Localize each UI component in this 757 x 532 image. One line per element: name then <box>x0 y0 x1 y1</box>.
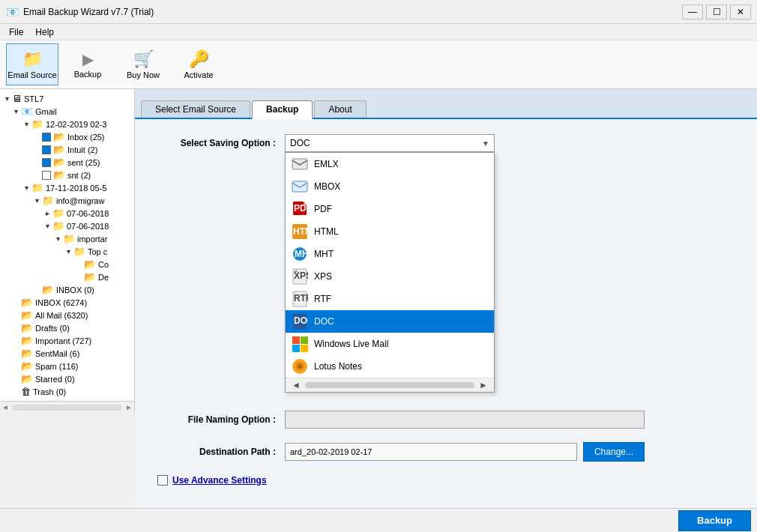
tree-item-important727[interactable]: ▾ 📂 Important (727) <box>0 334 134 347</box>
tree-item-inbox25[interactable]: ▾ 📂 Inbox (25) <box>0 130 134 143</box>
tree-item-d2[interactable]: ▾ 📁 07-06-2018 <box>0 220 134 232</box>
tree-item-important[interactable]: ▾ 📁 importar <box>0 232 134 245</box>
tree-label-co: Co <box>98 260 109 269</box>
dropdown-item-mbox[interactable]: MBOX <box>286 175 494 198</box>
toggle-important[interactable]: ▾ <box>52 235 63 243</box>
toggle-infomigraw[interactable]: ▾ <box>31 196 42 205</box>
close-icon: ✕ <box>737 7 744 17</box>
tree-item-trash0[interactable]: ▾ 🗑 Trash (0) <box>0 385 134 398</box>
advance-settings-checkbox[interactable] <box>157 475 168 486</box>
tree-label-allmail: All Mail (6320) <box>35 311 88 320</box>
dropdown-item-doc[interactable]: DOC DOC <box>286 310 494 333</box>
svg-rect-1 <box>292 181 307 192</box>
checkbox-snt2[interactable] <box>42 171 51 180</box>
saving-option-label: Select Saving Option : <box>157 138 285 148</box>
tree-item-date1[interactable]: ▾ 📁 12-02-2019 02-3 <box>0 118 134 130</box>
toolbar-buy-now[interactable]: 🛒 Buy Now <box>117 43 169 85</box>
checkbox-intuit2[interactable] <box>42 145 51 154</box>
window-title: Email Backup Wizard v7.7 (Trial) <box>23 7 682 17</box>
change-button[interactable]: Change... <box>583 442 645 462</box>
advance-settings-label[interactable]: Use Advance Settings <box>172 475 267 486</box>
file-naming-label: File Naming Option : <box>157 414 285 425</box>
menu-file[interactable]: File <box>3 25 29 39</box>
checkbox-inbox25[interactable] <box>42 133 51 142</box>
key-icon: 🔑 <box>189 49 209 69</box>
close-button[interactable]: ✕ <box>730 4 751 19</box>
folder-icon-inbox6274: 📂 <box>21 297 33 308</box>
tree-item-inbox6274[interactable]: ▾ 📂 INBOX (6274) <box>0 296 134 309</box>
tree-item-co[interactable]: ▾ 📂 Co <box>0 258 134 270</box>
dropdown-item-xps[interactable]: XPS XPS <box>286 265 494 288</box>
dropdown-item-lotus[interactable]: Lotus Notes <box>286 355 494 378</box>
tree-item-gmail[interactable]: ▾ 📧 Gmail <box>0 105 134 118</box>
tree-item-starred0[interactable]: ▾ 📂 Starred (0) <box>0 372 134 385</box>
tab-backup[interactable]: Backup <box>252 100 313 119</box>
toolbar-activate[interactable]: 🔑 Activate <box>172 43 225 85</box>
activate-label: Activate <box>184 70 213 79</box>
tree-item-topc[interactable]: ▾ 📁 Top c <box>0 245 134 258</box>
dropdown-item-pdf[interactable]: PDF PDF <box>286 198 494 220</box>
folder-icon-intuit2: 📂 <box>53 144 65 155</box>
tree-item-infomigraw[interactable]: ▾ 📁 info@migraw <box>0 194 134 207</box>
dropdown-item-mht[interactable]: MHT MHT <box>286 243 494 265</box>
toggle-gmail[interactable]: ▾ <box>10 107 21 115</box>
folder-icon-date1: 📁 <box>31 118 43 130</box>
svg-point-23 <box>298 364 302 369</box>
maximize-button[interactable]: ☐ <box>706 4 727 19</box>
folder-icon: 📁 <box>22 49 43 69</box>
scroll-left-btn[interactable]: ◄ <box>292 380 301 390</box>
dropdown-item-html[interactable]: HTML HTML <box>286 220 494 243</box>
folder-icon-date2: 📁 <box>31 182 43 193</box>
right-panel: Select Email Source Backup About Select … <box>135 89 757 508</box>
tree-item-sent25[interactable]: ▾ 📂 sent (25) <box>0 156 134 169</box>
tree-item-d1[interactable]: ▸ 📁 07-06-2018 <box>0 207 134 220</box>
file-naming-control <box>285 411 645 429</box>
destination-label: Destination Path : <box>157 447 285 457</box>
saving-option-select[interactable]: DOC ▼ <box>285 134 495 152</box>
tree-label-gmail: Gmail <box>35 107 57 116</box>
scroll-right-icon[interactable]: ► <box>125 403 134 411</box>
tree-item-spam116[interactable]: ▾ 📂 Spam (116) <box>0 360 134 372</box>
tree-item-inbox0[interactable]: ▾ 📂 INBOX (0) <box>0 283 134 296</box>
cart-icon: 🛒 <box>133 49 154 69</box>
email-icon-gmail: 📧 <box>21 106 33 117</box>
checkbox-sent25[interactable] <box>42 158 51 167</box>
tree-item-snt2[interactable]: ▾ 📂 snt (2) <box>0 169 134 181</box>
dropdown-item-emlx[interactable]: EMLX <box>286 153 494 175</box>
tree-hscrollbar[interactable]: ◄ ► <box>0 401 135 413</box>
minimize-button[interactable]: — <box>682 4 703 19</box>
dropdown-scroll-bar[interactable]: ◄ ► <box>286 378 494 392</box>
scroll-left-icon[interactable]: ◄ <box>0 403 9 411</box>
scroll-right-btn[interactable]: ► <box>479 380 488 390</box>
dropdown-item-wlm[interactable]: Windows Live Mail <box>286 333 494 355</box>
tree-item-de[interactable]: ▾ 📂 De <box>0 270 134 283</box>
tree-label-inbox25: Inbox (25) <box>67 133 105 142</box>
destination-input[interactable] <box>285 443 577 461</box>
toggle-d1[interactable]: ▸ <box>42 209 52 217</box>
folder-icon-d1: 📁 <box>52 208 64 219</box>
toggle-date1[interactable]: ▾ <box>21 120 31 128</box>
toolbar-email-source[interactable]: 📁 Email Source <box>6 43 58 85</box>
svg-rect-17 <box>292 336 300 344</box>
backup-button[interactable]: Backup <box>678 510 751 531</box>
tab-select-email-source[interactable]: Select Email Source <box>141 100 250 118</box>
tree-item-date2[interactable]: ▾ 📁 17-11-2018 05-5 <box>0 181 134 194</box>
tree-item-drafts[interactable]: ▾ 📂 Drafts (0) <box>0 321 134 334</box>
tree-label-date2: 17-11-2018 05-5 <box>46 184 106 193</box>
computer-icon: 🖥 <box>12 93 22 104</box>
toggle-date2[interactable]: ▾ <box>21 184 31 192</box>
tab-about[interactable]: About <box>314 100 366 118</box>
toolbar-backup[interactable]: ▶ Backup <box>61 43 114 85</box>
svg-text:DOC: DOC <box>294 315 308 326</box>
tree-item-sentmail6[interactable]: ▾ 📂 SentMail (6) <box>0 347 134 360</box>
menu-help[interactable]: Help <box>29 25 60 39</box>
tree-item-intuit2[interactable]: ▾ 📂 Intuit (2) <box>0 143 134 156</box>
tree-item-allmail[interactable]: ▾ 📂 All Mail (6320) <box>0 309 134 321</box>
dropdown-item-rtf[interactable]: RTF RTF <box>286 288 494 310</box>
folder-icon-allmail: 📂 <box>21 309 33 321</box>
toggle-d2[interactable]: ▾ <box>42 222 52 230</box>
tree-item-stl7[interactable]: ▾ 🖥 STL7 <box>0 92 134 105</box>
toggle-stl7[interactable]: ▾ <box>1 94 12 103</box>
toggle-topc[interactable]: ▾ <box>63 247 73 256</box>
scrollbar-track <box>12 405 122 411</box>
